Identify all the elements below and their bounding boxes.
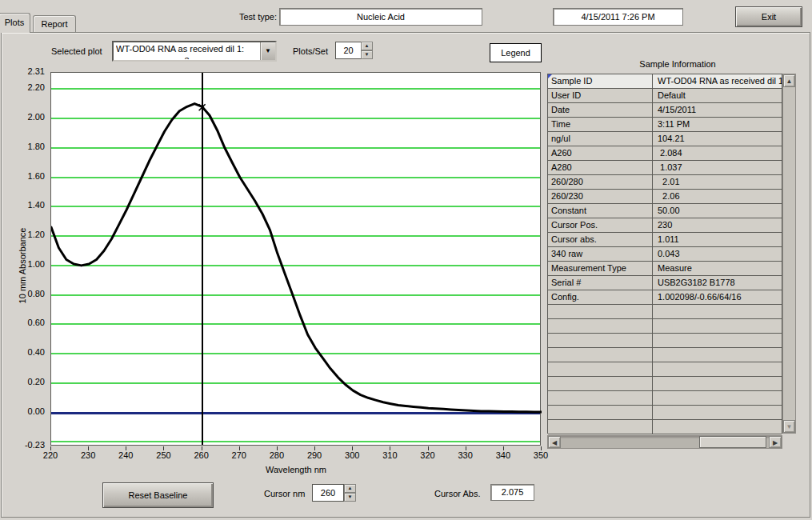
y-tick-label: 0.60 (8, 318, 45, 327)
sample-info-row-value: 1.037 (653, 161, 782, 174)
triangle-left-icon: ◀ (552, 439, 557, 446)
cursor-abs-field: 2.075 (490, 484, 534, 501)
x-tick-mark (390, 446, 390, 450)
sample-info-row-value: USB2G3182 B1778 (653, 276, 782, 290)
y-tick-label: 1.40 (8, 200, 45, 210)
scroll-down-button[interactable]: ▼ (783, 420, 795, 433)
sample-info-row: Cursor Pos.230 (548, 218, 782, 233)
sample-info-row-value: 0.043 (653, 247, 782, 261)
spin-up-button[interactable]: ▲ (344, 484, 356, 493)
selected-plot-text: WT-OD04 RNA as received dil 1: 3 (116, 43, 258, 59)
sample-info-row-label: Config. (548, 290, 653, 304)
y-tick-label: 0.00 (8, 406, 45, 416)
sample-info-row-label (548, 362, 653, 376)
x-tick-mark (503, 446, 504, 450)
tab-plots-label: Plots (5, 18, 24, 27)
sample-info-row: User IDDefault (548, 89, 782, 103)
vertical-scrollbar[interactable]: ▲ ▼ (782, 74, 796, 434)
sample-info-row (548, 319, 782, 334)
sample-info-row (548, 348, 782, 362)
y-tick-label: 1.20 (8, 230, 45, 239)
sample-info-row-label (548, 391, 653, 405)
x-tick-label: 260 (186, 450, 218, 460)
triangle-down-icon: ▼ (365, 52, 370, 57)
triangle-down-icon: ▼ (786, 423, 793, 430)
horizontal-scrollbar[interactable]: ◀ ▶ (547, 435, 782, 449)
tab-report-label: Report (41, 19, 67, 29)
sample-info-table[interactable]: Sample IDWT-OD04 RNA as received dil 1:3… (547, 74, 782, 434)
sample-info-row-value (653, 319, 782, 333)
sample-info-row-value: 3:11 PM (653, 118, 782, 131)
sample-info-row-value (653, 362, 782, 376)
x-tick-label: 320 (412, 450, 444, 460)
spin-down-button[interactable]: ▼ (361, 50, 373, 59)
scroll-right-button[interactable]: ▶ (769, 436, 782, 448)
x-tick-mark (239, 446, 240, 450)
sample-info-row-label (548, 319, 653, 333)
triangle-down-icon: ▼ (348, 494, 353, 499)
x-tick-label: 220 (34, 450, 66, 460)
x-tick-mark (277, 446, 278, 450)
tab-plots[interactable]: Plots (0, 13, 30, 33)
sample-info-row-value: 2.01 (653, 175, 782, 189)
x-tick-label: 280 (261, 450, 293, 460)
sample-info-row: 260/230 2.06 (548, 190, 782, 204)
scroll-left-button[interactable]: ◀ (548, 436, 561, 448)
plots-per-set-label: Plots/Set (293, 46, 328, 56)
sample-info-row-value (653, 348, 782, 362)
sample-info-row-value: 50.00 (653, 204, 782, 218)
sample-info-row-label (548, 348, 653, 362)
x-tick-label: 240 (110, 450, 142, 460)
y-tick-label: 2.20 (8, 82, 45, 92)
y-tick-label: -0.23 (8, 440, 45, 450)
sample-info-row-value (653, 420, 782, 434)
x-tick-label: 330 (450, 450, 482, 460)
h-scrollbar-thumb[interactable] (699, 436, 766, 448)
plots-per-set-field[interactable]: 20 (335, 42, 362, 59)
exit-button[interactable]: Exit (735, 6, 802, 27)
sample-info-row-value: 4/15/2011 (653, 103, 782, 117)
triangle-up-icon: ▲ (348, 486, 353, 490)
sample-info-row: A260 2.084 (548, 146, 782, 161)
sample-info-row-label (548, 305, 653, 318)
reset-baseline-button[interactable]: Reset Baseline (102, 482, 214, 508)
sample-info-row: 260/280 2.01 (548, 175, 782, 190)
cursor-nm-field[interactable]: 260 (312, 484, 344, 502)
wavelength-cursor-line[interactable] (202, 73, 203, 445)
sample-info-row: Sample IDWT-OD04 RNA as received dil 1:3 (548, 74, 782, 89)
sample-info-row-value: 2.084 (653, 146, 782, 160)
test-type-field[interactable]: Nucleic Acid (279, 8, 482, 26)
sample-info-row (548, 377, 782, 391)
sample-info-row: Date4/15/2011 (548, 103, 782, 118)
sample-info-row: 340 raw0.043 (548, 247, 782, 262)
x-tick-label: 270 (223, 450, 255, 460)
sample-info-row-label (548, 420, 653, 434)
sample-info-row-label: Date (548, 103, 653, 117)
scroll-up-button[interactable]: ▲ (783, 74, 795, 87)
x-tick-label: 310 (374, 450, 406, 460)
sample-info-row-value: 230 (653, 218, 782, 232)
y-tick-label: 2.31 (8, 66, 45, 76)
sample-info-row (548, 334, 782, 348)
selected-plot-label: Selected plot (51, 46, 102, 56)
sample-info-row-label: Measurement Type (548, 262, 653, 275)
plots-per-set-spinner: ▲ ▼ (361, 42, 373, 59)
cursor-nm-label: Cursor nm (264, 489, 305, 498)
spin-up-button[interactable]: ▲ (361, 42, 373, 50)
sample-info-row-label: Time (548, 118, 653, 131)
sample-info-row-label (548, 334, 653, 347)
x-tick-label: 340 (487, 450, 519, 460)
dropdown-arrow-button[interactable]: ▼ (260, 42, 275, 60)
spectrum-plot[interactable] (50, 72, 541, 446)
x-tick-label: 290 (298, 450, 330, 460)
y-tick-label: 0.40 (8, 347, 45, 357)
sample-info-row-label: ng/ul (548, 132, 653, 146)
triangle-right-icon: ▶ (773, 439, 778, 446)
sample-info-row-label: 340 raw (548, 247, 653, 261)
sample-info-row-label (548, 406, 653, 419)
sample-info-row-value: Default (653, 89, 782, 102)
selected-plot-dropdown[interactable]: WT-OD04 RNA as received dil 1: 3 ▼ (112, 41, 277, 62)
spin-down-button[interactable]: ▼ (344, 493, 356, 502)
legend-button[interactable]: Legend (490, 43, 542, 62)
tab-report[interactable]: Report (33, 15, 76, 32)
